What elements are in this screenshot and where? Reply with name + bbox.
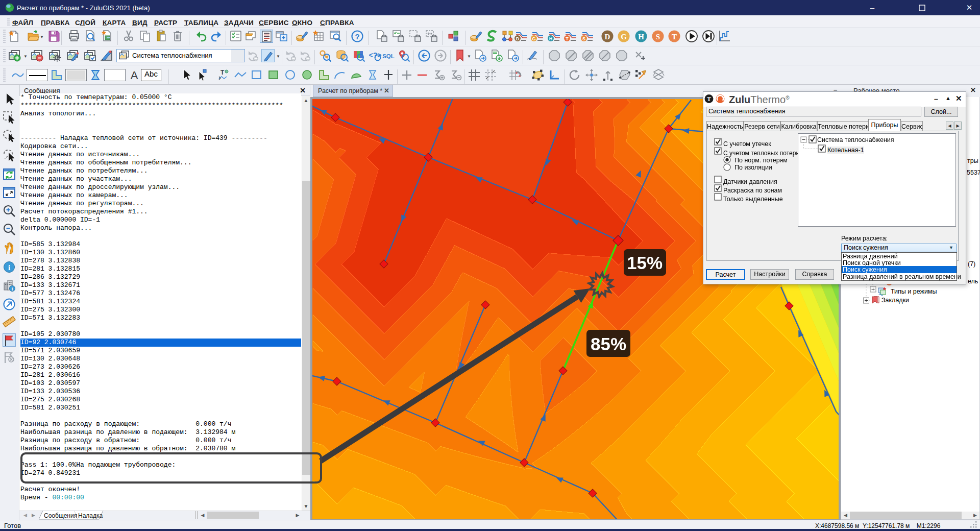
svg-text:i: i	[8, 263, 10, 272]
svg-text:85%: 85%	[591, 334, 626, 354]
svg-text:15%: 15%	[627, 253, 663, 273]
svg-text:T: T	[672, 33, 677, 41]
svg-text:A: A	[131, 69, 138, 82]
svg-text:SQL: SQL	[382, 53, 395, 59]
svg-text:T: T	[707, 95, 711, 103]
svg-text:H: H	[549, 36, 553, 41]
svg-text:T: T	[566, 36, 569, 41]
svg-text:G: G	[621, 33, 627, 41]
svg-text:D: D	[516, 36, 520, 41]
svg-text:H: H	[638, 33, 644, 41]
svg-text:T: T	[220, 69, 225, 76]
svg-text:G: G	[532, 36, 535, 41]
svg-text:S: S	[582, 36, 585, 41]
svg-text:S: S	[656, 33, 660, 41]
svg-text:i: i	[12, 286, 13, 292]
svg-text:?: ?	[355, 32, 359, 41]
svg-text:D: D	[605, 33, 610, 41]
